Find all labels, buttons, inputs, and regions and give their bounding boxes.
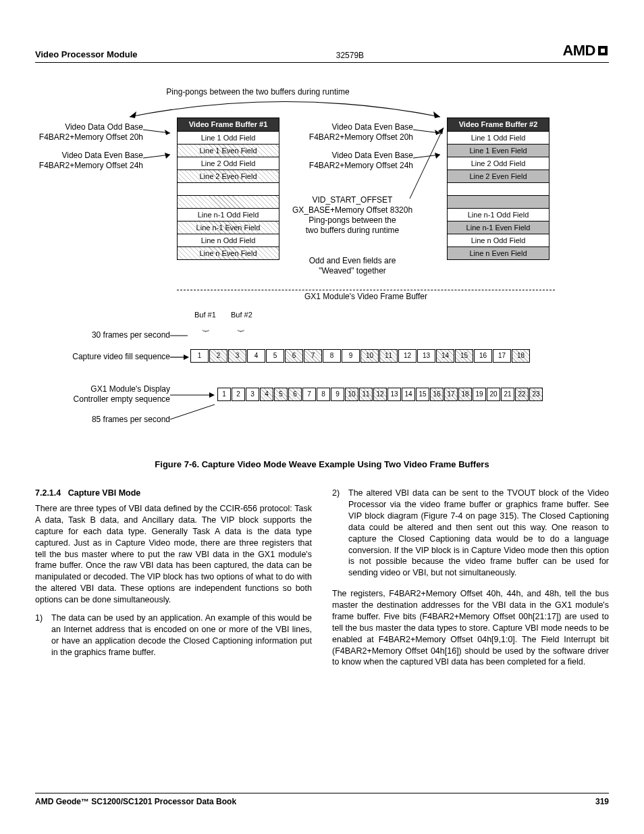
seq1-cell: 10 — [360, 349, 379, 363]
svg-marker-1 — [433, 111, 440, 118]
svg-line-17 — [170, 405, 215, 419]
seq1-cell: 18 — [512, 349, 530, 363]
seq2-cell: 20 — [487, 388, 500, 401]
seq1-cell: 8 — [323, 349, 341, 363]
seq2-cell: 14 — [402, 388, 415, 401]
odd-base-label: Video Data Odd BaseF4BAR2+Memory Offset … — [15, 122, 143, 142]
even-base-r-2: Video Data Even BaseF4BAR2+Memory Offset… — [285, 151, 413, 171]
seq1-cell: 2 — [209, 349, 227, 363]
list-item-2: 2)The altered VBI data can be sent to th… — [332, 488, 609, 579]
seq2-cell: 1 — [217, 388, 231, 401]
paragraph-2: The registers, F4BAR2+Memory Offset 40h,… — [332, 588, 609, 668]
seq1-cell: 15 — [455, 349, 473, 363]
section-heading: 7.2.1.4 Capture VBI Mode — [35, 488, 312, 499]
seq2-cell: 10 — [345, 388, 358, 401]
buf2-label: Buf #2 — [231, 310, 252, 320]
amd-logo: AMD — [562, 41, 609, 61]
body-columns: 7.2.1.4 Capture VBI Mode There are three… — [35, 488, 609, 668]
header-left: Video Processor Module — [35, 49, 137, 61]
even-base-label-left: Video Data Even BaseF4BAR2+Memory Offset… — [15, 151, 143, 171]
fps-85-label: 85 frames per second — [35, 415, 170, 425]
seq1-cell: 5 — [266, 349, 284, 363]
display-seq-label: GX1 Module's DisplayController empty seq… — [35, 384, 170, 405]
seq2-cell: 22 — [515, 388, 529, 401]
seq2-cell: 21 — [501, 388, 514, 401]
seq1-cell: 3 — [228, 349, 246, 363]
seq2-cell: 18 — [458, 388, 472, 401]
seq2-cell: 12 — [373, 388, 387, 401]
seq2-cell: 8 — [317, 388, 330, 401]
list-item-1: 1)The data can be used by an application… — [35, 613, 312, 658]
seq1-cell: 6 — [285, 349, 303, 363]
seq2-cell: 7 — [302, 388, 316, 401]
fps-30-label: 30 frames per second — [35, 330, 170, 340]
svg-marker-16 — [209, 392, 215, 398]
seq2-cell: 17 — [444, 388, 458, 401]
seq1-cell: 14 — [436, 349, 454, 363]
seq1-cell: 4 — [247, 349, 265, 363]
svg-marker-3 — [165, 130, 170, 135]
even-base-r-1: Video Data Even BaseF4BAR2+Memory Offset… — [285, 122, 413, 142]
seq2-cell: 15 — [416, 388, 429, 401]
seq1-cell: 7 — [304, 349, 322, 363]
seq2-cell: 23 — [529, 388, 543, 401]
display-sequence-row: 1234567891011121314151617181920212223 — [217, 388, 543, 401]
svg-marker-0 — [130, 111, 136, 118]
seq2-cell: 6 — [288, 388, 302, 401]
svg-marker-5 — [165, 153, 170, 159]
seq2-cell: 11 — [359, 388, 373, 401]
weave-caption: Odd and Even fields are"Weaved" together — [285, 256, 420, 276]
seq2-cell: 3 — [246, 388, 259, 401]
seq1-cell: 11 — [379, 349, 398, 363]
video-frame-buffer-2: Video Frame Buffer #2 Line 1 Odd Field L… — [447, 118, 549, 260]
seq2-cell: 9 — [331, 388, 344, 401]
figure-caption: Figure 7-6. Capture Video Mode Weave Exa… — [35, 459, 609, 471]
seq1-cell: 16 — [474, 349, 492, 363]
capture-seq-label: Capture video fill sequence — [35, 352, 170, 362]
seq2-cell: 5 — [274, 388, 288, 401]
header-docnum: 32579B — [336, 50, 364, 61]
seq2-cell: 19 — [473, 388, 486, 401]
gx1-frame-buffer-label: GX1 Module's Video Frame Buffer — [292, 292, 440, 302]
paragraph-1: There are three types of VBI data define… — [35, 503, 312, 606]
figure-7-6: Ping-pongs between the two buffers durin… — [35, 87, 609, 452]
ping-pong-caption: Ping-pongs between the two buffers durin… — [116, 87, 400, 97]
video-frame-buffer-1: Video Frame Buffer #1 Line 1 Odd Field L… — [177, 118, 279, 260]
capture-sequence-row: 123456789101112131415161718 — [190, 349, 531, 363]
seq1-cell: 17 — [493, 349, 511, 363]
seq2-cell: 2 — [232, 388, 245, 401]
seq1-cell: 1 — [190, 349, 209, 363]
svg-line-10 — [410, 128, 444, 199]
page-footer: AMD Geode™ SC1200/SC1201 Processor Data … — [35, 793, 609, 807]
buf1-label: Buf #1 — [194, 310, 216, 320]
seq2-cell: 13 — [387, 388, 401, 401]
seq1-cell: 12 — [398, 349, 417, 363]
seq1-cell: 13 — [417, 349, 435, 363]
svg-marker-14 — [184, 355, 189, 360]
seq1-cell: 9 — [342, 349, 360, 363]
seq2-cell: 4 — [260, 388, 273, 401]
seq2-cell: 16 — [430, 388, 444, 401]
vid-start-offset: VID_START_OFFSET GX_BASE+Memory Offset 8… — [285, 195, 420, 236]
